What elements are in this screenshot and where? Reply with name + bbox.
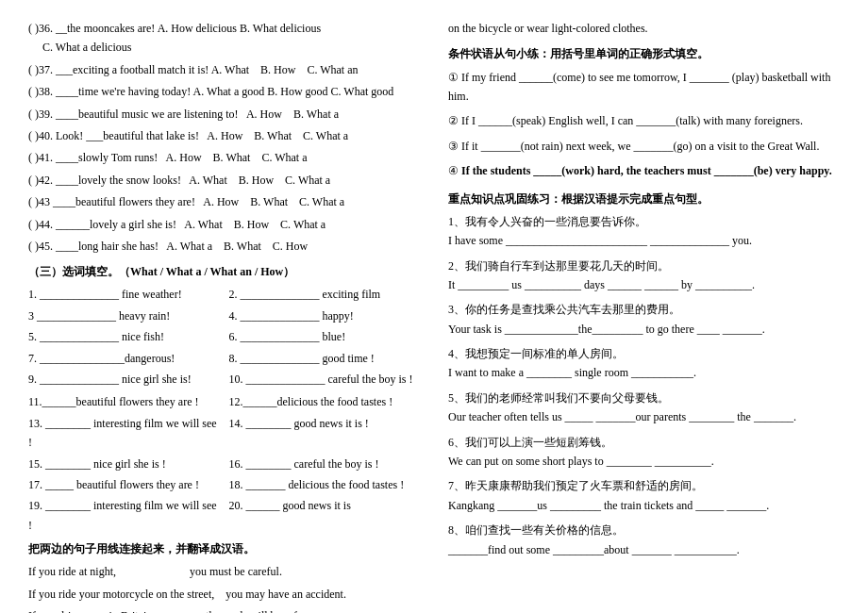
section3-grid2: 11.______beautiful flowers they are ! 12… (28, 392, 420, 535)
ex43-text: ____beautiful flowers they are! A. How B… (53, 195, 344, 208)
exercise-38: ( )38. ____time we're having today! A. W… (28, 82, 420, 101)
tiaojian-1: ① If my friend ______(come) to see me to… (448, 68, 840, 107)
s3-item-10: 10. ______________ careful the boy is ! (229, 370, 421, 389)
zd-5-en: Our teacher often tells us _____ _______… (448, 407, 840, 426)
s3-item-16: 16. ________ careful the boy is ! (229, 455, 421, 473)
zhongdian-header: 重点知识点巩固练习：根据汉语提示完成重点句型。 (448, 191, 840, 208)
zd-3-cn: 3、你的任务是查找乘公共汽车去那里的费用。 (448, 300, 840, 319)
ex42-text: ____lovely the snow looks! A. What B. Ho… (56, 174, 330, 187)
tiaojian-4: ④ If the students _____(work) hard, the … (448, 161, 840, 180)
tiaojian-section: 条件状语从句小练：用括号里单词的正确形式填空。 ① If my friend _… (448, 45, 840, 180)
zd-5: 5、我们的老师经常叫我们不要向父母要钱。 Our teacher often t… (448, 389, 840, 427)
s3-item-8: 8. ______________ good time ! (229, 349, 421, 368)
section4: 把两边的句子用线连接起来，并翻译成汉语。 If you ride at nigh… (28, 540, 420, 613)
zd-2-en: It _________ us __________ days ______ _… (448, 275, 840, 294)
zhongdian-section: 重点知识点巩固练习：根据汉语提示完成重点句型。 1、我有令人兴奋的一些消息要告诉… (448, 191, 840, 559)
exercise-40: ( )40. Look! ___beautiful that lake is! … (28, 126, 420, 145)
s3-item-15: 15. ________ nice girl she is ! (28, 455, 220, 473)
s3-item-17: 17. _____ beautiful flowers they are ! (28, 475, 220, 494)
zd-8-cn: 8、咱们查找一些有关价格的信息。 (448, 521, 840, 539)
ex42-num: ( )42. (28, 174, 53, 187)
zd-6: 6、我们可以上演一些短剧筹钱。 We can put on some short… (448, 433, 840, 472)
ex36-text: __the mooncakes are! A. How delicious B.… (56, 22, 321, 35)
s3-item-4: 4. ______________ happy! (229, 306, 421, 325)
zd-2: 2、我们骑自行车到达那里要花几天的时间。 It _________ us ___… (448, 257, 840, 295)
ex45-num: ( )45. (28, 240, 53, 253)
ex38-text: ____time we're having today! A. What a g… (56, 85, 393, 98)
s3-item-13: 13. ________ interesting film we will se… (28, 414, 220, 453)
s3-item-19: 19. ________ interesting film we will se… (28, 496, 220, 535)
exercise-45: ( )45. ____long hair she has! A. What a … (28, 237, 420, 256)
right-column: on the bicycle or wear light-colored clo… (448, 19, 840, 613)
zd-2-cn: 2、我们骑自行车到达那里要花几天的时间。 (448, 257, 840, 275)
zd-3-en: Your task is _____________the_________ t… (448, 320, 840, 339)
zd-6-en: We can put on some short plays to ______… (448, 452, 840, 471)
ex37-num: ( )37. (28, 63, 53, 76)
ex40-num: ( )40. (28, 129, 53, 142)
exercise-44: ( )44. ______lovely a girl she is! A. Wh… (28, 215, 420, 234)
ex44-text: ______lovely a girl she is! A. What B. H… (56, 218, 326, 231)
exercise-37: ( )37. ___exciting a football match it i… (28, 60, 420, 79)
ex36-extra: C. What a delicious (28, 38, 420, 57)
s3-item-5: 5. ______________ nice fish! (28, 327, 220, 346)
s3-item-18: 18. _______ delicious the food tastes ! (229, 475, 421, 494)
zd-8-en: _______find out some _________about ____… (448, 540, 840, 559)
tiaojian-header: 条件状语从句小练：用括号里单词的正确形式填空。 (448, 45, 840, 63)
s3-item-1: 1. ______________ fine weather! (28, 285, 220, 304)
s3-item-11: 11.______beautiful flowers they are ! (28, 392, 220, 411)
ex39-num: ( )39. (28, 108, 53, 121)
exercise-42: ( )42. ____lovely the snow looks! A. Wha… (28, 171, 420, 190)
zd-4-en: I want to make a ________ single room __… (448, 363, 840, 382)
zd-1-cn: 1、我有令人兴奋的一些消息要告诉你。 (448, 212, 840, 231)
exercise-36: ( )36. __the mooncakes are! A. How delic… (28, 19, 420, 58)
zd-4-cn: 4、我想预定一间标准的单人房间。 (448, 344, 840, 363)
ex44-num: ( )44. (28, 218, 53, 231)
s3-item-3: 3 ______________ heavy rain! (28, 306, 220, 325)
ex45-text: ____long hair she has! A. What a B. What… (56, 240, 308, 253)
right-top-text: on the bicycle or wear light-colored clo… (448, 19, 840, 38)
zd-1-en: I have some _________________________ __… (448, 231, 840, 250)
tiaojian-2: ② If I ______(speak) English well, I can… (448, 111, 840, 130)
zd-7-en: Kangkang _______us _________ the train t… (448, 496, 840, 515)
s3-item-7: 7. _______________dangerous! (28, 349, 220, 368)
zd-6-cn: 6、我们可以上演一些短剧筹钱。 (448, 433, 840, 452)
zd-3: 3、你的任务是查找乘公共汽车去那里的费用。 Your task is _____… (448, 300, 840, 339)
ex39-text: ____beautiful music we are listening to!… (56, 108, 339, 121)
section4-header: 把两边的句子用线连接起来，并翻译成汉语。 (28, 540, 420, 558)
ex37-text: ___exciting a football match it is! A. W… (56, 63, 359, 76)
s4-line3: If you drive a car in Britain, the roads… (28, 606, 420, 613)
s3-item-9: 9. ______________ nice girl she is! (28, 370, 220, 389)
zd-7-cn: 7、昨天康康帮助我们预定了火车票和舒适的房间。 (448, 476, 840, 495)
left-column: ( )36. __the mooncakes are! A. How delic… (28, 19, 420, 613)
ex38-num: ( )38. (28, 85, 53, 98)
section3-grid: 1. ______________ fine weather! 2. _____… (28, 285, 420, 389)
ex36-num: ( )36. (28, 22, 53, 35)
page-container: ( )36. __the mooncakes are! A. How delic… (28, 19, 840, 613)
exercises-36-45: ( )36. __the mooncakes are! A. How delic… (28, 19, 420, 256)
exercise-39: ( )39. ____beautiful music we are listen… (28, 105, 420, 124)
ex43-num: ( )43 (28, 195, 50, 208)
s3-item-2: 2. ______________ exciting film (229, 285, 421, 304)
s3-item-12: 12.______delicious the food tastes ! (229, 392, 421, 411)
s4-line2: If you ride your motorcycle on the stree… (28, 585, 420, 604)
zd-4: 4、我想预定一间标准的单人房间。 I want to make a ______… (448, 344, 840, 383)
s4-line1: If you ride at night, you must be carefu… (28, 562, 420, 581)
zd-5-cn: 5、我们的老师经常叫我们不要向父母要钱。 (448, 389, 840, 407)
tiaojian-3: ③ If it _______(not rain) next week, we … (448, 137, 840, 156)
s3-item-20: 20. ______ good news it is (229, 496, 421, 535)
zd-7: 7、昨天康康帮助我们预定了火车票和舒适的房间。 Kangkang _______… (448, 476, 840, 515)
ex41-text: ____slowly Tom runs! A. How B. What C. W… (56, 151, 307, 164)
zd-8: 8、咱们查找一些有关价格的信息。 _______find out some __… (448, 521, 840, 559)
zd-1: 1、我有令人兴奋的一些消息要告诉你。 I have some _________… (448, 212, 840, 251)
s3-item-14: 14. ________ good news it is ! (229, 414, 421, 453)
exercise-41: ( )41. ____slowly Tom runs! A. How B. Wh… (28, 148, 420, 167)
s3-item-6: 6. ______________ blue! (229, 327, 421, 346)
ex40-text: Look! ___beautiful that lake is! A. How … (56, 129, 348, 142)
section3-header: （三）选词填空。（What / What a / What an / How） (28, 263, 420, 281)
exercise-43: ( )43 ____beautiful flowers they are! A.… (28, 192, 420, 211)
ex41-num: ( )41. (28, 151, 53, 164)
